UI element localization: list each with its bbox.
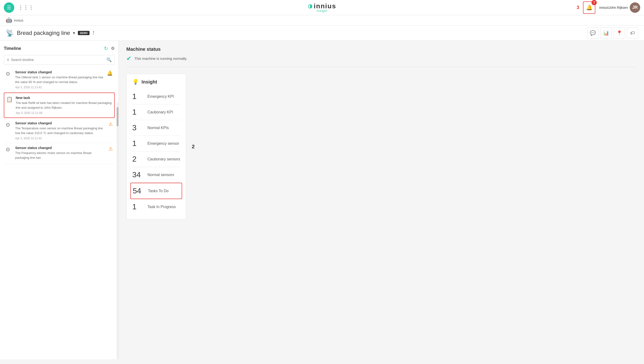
alert-count: 3: [576, 5, 579, 10]
share-button[interactable]: ⤴: [92, 30, 95, 36]
right-panel: Machine status ✔ This machine is running…: [119, 41, 644, 359]
logo-icon: ◑: [308, 3, 313, 9]
insight-label: Tasks To Do: [148, 189, 169, 193]
timeline-title: Timeline: [4, 46, 21, 51]
breadcrumb: innius: [14, 18, 23, 22]
insight-row-normal-kpis: 3 Normal KPIs: [132, 120, 180, 136]
app-product: Insight: [316, 9, 327, 12]
timeline-item-title: Sensor status changed: [15, 70, 104, 74]
user-name: innius\John Rijksen: [599, 6, 628, 10]
settings-button[interactable]: ⚙: [111, 46, 115, 51]
timeline-item: ⊙ Sensor status changed The Temperature …: [4, 118, 115, 143]
insight-row-task-in-progress: 1 Task In Progress: [132, 199, 180, 214]
breadcrumb-icon: 🤖: [6, 17, 12, 23]
sidebar-header: Timeline ↻ ⚙: [4, 46, 115, 51]
insight-num: 2: [132, 155, 144, 164]
avatar-initials: JR: [632, 5, 637, 10]
insight-num: 54: [133, 186, 144, 195]
insight-row-emergency-sensor: 1 Emergency sensor: [132, 136, 180, 152]
timeline-item-time: Apr 3, 2020 12:13:42: [15, 86, 104, 89]
machine-icon: 📡: [6, 29, 14, 37]
machine-title-area: 📡 Bread packaging line ▾ DEMO ⤴: [6, 29, 95, 37]
nav-left: ☰ ⋮⋮⋮: [4, 2, 34, 13]
search-input[interactable]: [11, 58, 106, 62]
user-info: innius\John Rijksen JR: [599, 2, 640, 13]
insight-label: Normal sensors: [147, 173, 174, 177]
menu-button[interactable]: ☰: [4, 2, 14, 13]
insight-row-normal-sensors: 34 Normal sensors: [132, 167, 180, 183]
insight-label: Normal KPIs: [147, 126, 169, 130]
insight-icon: 💡: [132, 79, 139, 85]
insight-num: 1: [132, 108, 144, 116]
timeline-item-desc: The Frequency electric motor sensor on m…: [15, 151, 106, 160]
insight-num: 3: [132, 124, 144, 132]
sensor-status-icon: ⊙: [6, 146, 12, 152]
tag-button[interactable]: 🏷: [627, 27, 638, 39]
sensor-status-icon: ⊙: [6, 122, 12, 128]
machine-status-title: Machine status: [126, 46, 636, 52]
top-nav: ☰ ⋮⋮⋮ ◑ innius Insight 3 🔔 7 innius\John…: [0, 0, 644, 15]
timeline-item-title: Sensor status changed: [15, 146, 106, 150]
timeline-item: ⊙ Sensor status changed The Oillevel tan…: [4, 68, 115, 92]
insight-num: 1: [132, 92, 144, 101]
timeline-item-time: Apr 3, 2020 12:11:58: [16, 111, 112, 114]
dropdown-arrow-icon[interactable]: ▾: [73, 30, 75, 36]
bell-badge: 7: [591, 0, 597, 5]
search-box: ≡ 🔍: [4, 55, 115, 64]
timeline-item: ⊙ Sensor status changed The Frequency el…: [4, 143, 115, 164]
machine-nav-bar: 📡 Bread packaging line ▾ DEMO ⤴ 💬 📊 📍 🏷: [0, 26, 644, 41]
timeline-item-time: Apr 3, 2020 12:11:42: [15, 137, 106, 140]
warning-icon: ⚠: [109, 146, 113, 152]
insight-row-tasks-todo: 54 Tasks To Do: [130, 183, 182, 199]
timeline-item-content: Sensor status changed The Oillevel tank …: [15, 70, 104, 89]
nav-right: 3 🔔 7 innius\John Rijksen JR: [576, 2, 640, 14]
insight-num: 1: [132, 139, 144, 148]
insight-num: 1: [132, 202, 144, 211]
insight-label: Cautionary KPI: [147, 110, 173, 114]
insight-num: 34: [132, 170, 144, 179]
timeline-item-desc: The task Refill oil tank has been create…: [16, 100, 112, 110]
sidebar: Timeline ↻ ⚙ ≡ 🔍 ⊙ Sensor status changed…: [0, 41, 119, 359]
task-icon: 📋: [6, 96, 13, 102]
insight-row-cautionary-sensors: 2 Cautionary sensors: [132, 152, 180, 167]
insight-card-wrapper: 💡 Insight 1 Emergency KPI 1 Cautionary K…: [126, 74, 186, 220]
sensor-status-icon: ⊙: [6, 71, 12, 77]
machine-status-row: ✔ This machine is running normally.: [126, 55, 636, 67]
bell-icon: 🔔: [107, 70, 113, 76]
chat-button[interactable]: 💬: [587, 27, 598, 39]
insight-header: 💡 Insight: [132, 79, 180, 85]
insight-row-emergency-kpi: 1 Emergency KPI: [132, 89, 180, 104]
main-content: Timeline ↻ ⚙ ≡ 🔍 ⊙ Sensor status changed…: [0, 41, 644, 359]
location-button[interactable]: 📍: [614, 27, 625, 39]
insight-label: Cautionary sensors: [147, 157, 180, 161]
status-text: This machine is running normally.: [134, 56, 187, 60]
timeline-item-desc: The Temperature oven sensor on machine B…: [15, 126, 106, 135]
machine-title: Bread packaging line: [17, 30, 70, 36]
notification-button[interactable]: 🔔 7: [583, 2, 595, 14]
timeline-item-desc: The Oillevel tank 1 sensor on machine Br…: [15, 75, 104, 84]
warning-icon: ⚠: [109, 121, 113, 127]
chart-button[interactable]: 📊: [600, 27, 612, 39]
logo: ◑ innius Insight: [308, 2, 336, 12]
breadcrumb-bar: 🤖 innius: [0, 15, 644, 26]
scrollbar-thumb[interactable]: [117, 107, 119, 126]
status-check-icon: ✔: [126, 55, 132, 62]
sidebar-header-actions: ↻ ⚙: [104, 46, 115, 51]
timeline-item-title: New task: [16, 96, 112, 100]
insight-label: Emergency KPI: [147, 94, 174, 99]
outer-badge-2: 2: [192, 144, 195, 150]
refresh-button[interactable]: ↻: [104, 46, 108, 51]
machine-status-section: Machine status ✔ This machine is running…: [126, 46, 636, 67]
insight-card: 💡 Insight 1 Emergency KPI 1 Cautionary K…: [126, 74, 186, 220]
search-button[interactable]: 🔍: [106, 57, 112, 62]
insight-title: Insight: [142, 79, 157, 85]
machine-actions: DEMO ⤴: [78, 30, 95, 36]
grid-button[interactable]: ⋮⋮⋮: [18, 4, 34, 11]
timeline-item-new-task: 1 📋 New task The task Refill oil tank ha…: [4, 92, 115, 118]
scrollbar-track: [117, 102, 119, 359]
toolbar-right: 💬 📊 📍 🏷: [587, 27, 638, 39]
filter-icon: ≡: [7, 58, 9, 62]
timeline-item-content: Sensor status changed The Frequency elec…: [15, 146, 106, 161]
insight-label: Task In Progress: [147, 205, 176, 209]
insight-row-cautionary-kpi: 1 Cautionary KPI: [132, 104, 180, 120]
